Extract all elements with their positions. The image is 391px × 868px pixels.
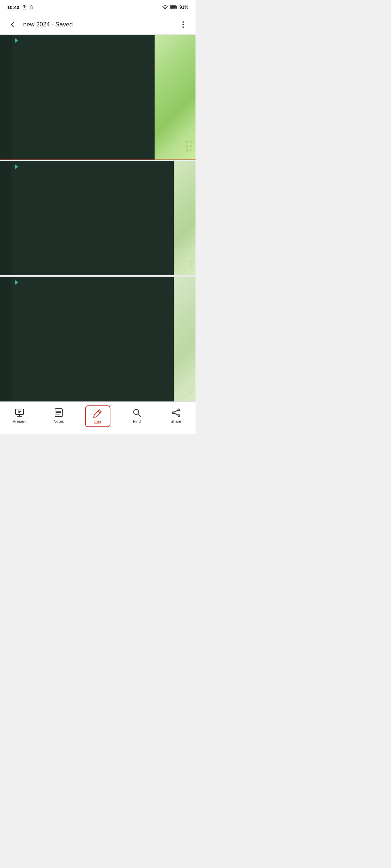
svg-marker-9 xyxy=(18,410,22,413)
overflow-icon xyxy=(182,21,184,28)
slide-1[interactable] xyxy=(0,35,196,159)
status-bar: 10:40 91% xyxy=(0,0,196,14)
slide-2-green xyxy=(174,161,196,275)
slide-3-content xyxy=(12,277,196,401)
svg-rect-4 xyxy=(171,6,176,8)
share-icon xyxy=(171,408,181,418)
top-bar: new 2024 - Saved xyxy=(0,14,196,35)
upload-icon xyxy=(21,4,27,10)
slide-2-content xyxy=(12,161,196,275)
find-icon xyxy=(132,408,142,418)
nav-notes[interactable]: Notes xyxy=(46,405,71,426)
slide-3-dark xyxy=(12,277,174,401)
present-icon xyxy=(14,408,25,418)
svg-line-14 xyxy=(98,411,100,413)
find-label: Find xyxy=(133,419,140,424)
svg-point-2 xyxy=(165,9,165,10)
slide-2-arrows xyxy=(190,260,193,268)
lock-icon xyxy=(29,5,34,9)
svg-line-21 xyxy=(174,413,178,415)
svg-line-16 xyxy=(138,414,140,416)
slide-3-green xyxy=(174,277,196,401)
status-bar-right: 91% xyxy=(162,4,188,10)
slide-2-strip xyxy=(0,161,12,275)
slide-2[interactable] xyxy=(0,161,196,275)
status-bar-left: 10:40 xyxy=(7,4,34,10)
svg-line-20 xyxy=(174,410,178,412)
slide-2-dark xyxy=(12,161,174,275)
nav-find[interactable]: Find xyxy=(124,405,150,426)
svg-rect-1 xyxy=(30,7,33,9)
battery-percent: 91% xyxy=(180,5,188,10)
slide-3-marker xyxy=(15,280,18,285)
wifi-icon xyxy=(162,4,168,10)
slides-area xyxy=(0,35,196,401)
bottom-nav: Present Notes Edit xyxy=(0,401,196,434)
svg-rect-5 xyxy=(177,7,177,8)
slide-1-green xyxy=(155,35,196,159)
notes-label: Notes xyxy=(54,419,64,424)
slide-1-strip xyxy=(0,35,12,159)
document-title: new 2024 - Saved xyxy=(23,21,172,28)
back-button[interactable] xyxy=(6,18,19,31)
status-time: 10:40 xyxy=(7,5,19,10)
present-label: Present xyxy=(13,419,26,424)
battery-icon xyxy=(170,5,177,9)
slide-1-dark xyxy=(12,35,155,159)
overflow-menu-button[interactable] xyxy=(177,18,190,31)
nav-edit[interactable]: Edit xyxy=(85,405,110,427)
notes-icon xyxy=(54,408,64,418)
slide-1-arrows xyxy=(186,140,193,152)
back-arrow-icon xyxy=(9,21,16,28)
edit-icon xyxy=(93,408,103,418)
slide-3-arrows xyxy=(190,391,193,394)
slide-1-content xyxy=(12,35,196,159)
slide-3-strip xyxy=(0,277,12,401)
nav-present[interactable]: Present xyxy=(7,405,32,426)
nav-share[interactable]: Share xyxy=(163,405,189,426)
slide-1-marker xyxy=(15,38,18,43)
slide-2-marker xyxy=(15,165,18,169)
svg-rect-0 xyxy=(22,9,26,9)
edit-label: Edit xyxy=(94,420,101,424)
slide-3[interactable] xyxy=(0,277,196,401)
share-label: Share xyxy=(171,419,181,424)
